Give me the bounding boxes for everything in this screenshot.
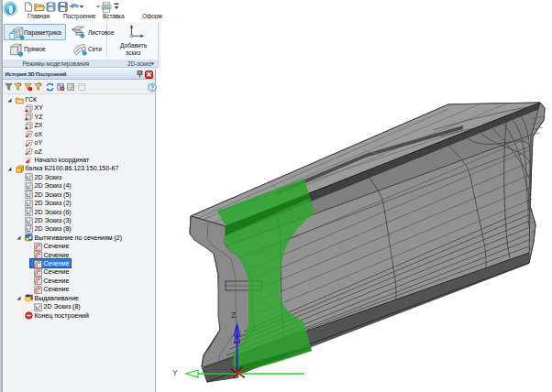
svg-text:Y: Y xyxy=(172,368,178,377)
svg-text:Z: Z xyxy=(231,310,236,320)
svg-text:?: ? xyxy=(149,84,153,91)
